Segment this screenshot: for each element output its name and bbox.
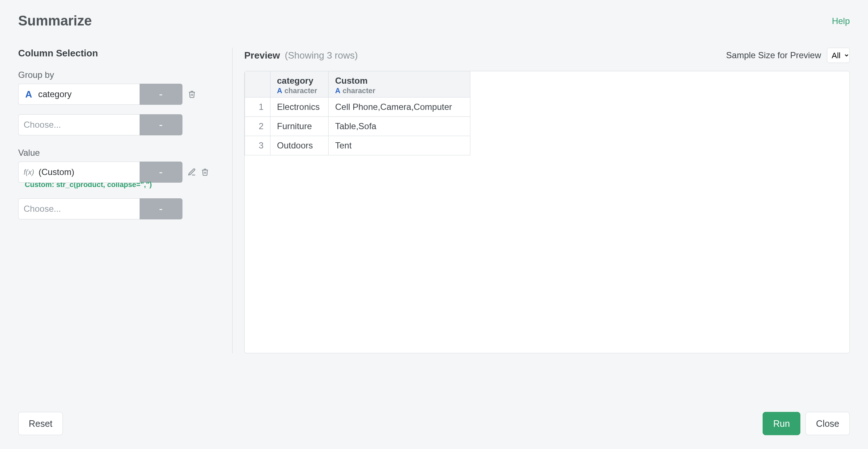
trash-icon[interactable]: [200, 166, 210, 178]
preview-row-count: (Showing 3 rows): [285, 50, 358, 61]
preview-table: category A character Custom A c: [245, 71, 470, 155]
table-row: 3 Outdoors Tent: [245, 136, 470, 155]
column-header[interactable]: Custom A character: [329, 71, 470, 98]
table-row: 1 Electronics Cell Phone,Camera,Computer: [245, 98, 470, 117]
preview-title-text: Preview: [244, 50, 280, 61]
value-aggregate-button[interactable]: -: [140, 162, 182, 183]
group-by-row: Choose... -: [18, 114, 214, 135]
value-row: f(x) (Custom) -: [18, 162, 214, 183]
column-type: character: [284, 87, 317, 95]
cell-custom: Cell Phone,Camera,Computer: [329, 98, 470, 117]
reset-button[interactable]: Reset: [18, 412, 63, 435]
value-placeholder: Choose...: [24, 204, 61, 214]
value-text: (Custom): [39, 167, 75, 177]
dialog-footer: Reset Run Close: [0, 412, 868, 449]
preview-panel: Preview (Showing 3 rows) Sample Size for…: [233, 48, 850, 353]
text-type-icon: A: [335, 87, 340, 95]
preview-table-container: category A character Custom A c: [244, 71, 850, 353]
cell-custom: Table,Sofa: [329, 117, 470, 136]
value-select[interactable]: f(x) (Custom): [18, 162, 140, 183]
text-type-icon: A: [277, 87, 282, 95]
group-by-value: category: [38, 89, 72, 99]
table-row: 2 Furniture Table,Sofa: [245, 117, 470, 136]
value-row: Choose... -: [18, 198, 214, 219]
page-title: Summarize: [18, 13, 92, 29]
column-name: category: [277, 76, 322, 86]
value-aggregate-button[interactable]: -: [140, 198, 182, 219]
cell-category: Electronics: [270, 98, 329, 117]
column-header[interactable]: category A character: [270, 71, 329, 98]
text-type-icon: A: [24, 89, 34, 100]
row-index-header: [245, 71, 270, 98]
group-by-select[interactable]: A category: [18, 84, 140, 105]
sample-size-label: Sample Size for Preview: [726, 50, 821, 60]
column-type: character: [342, 87, 375, 95]
value-select[interactable]: Choose...: [18, 198, 140, 219]
trash-icon[interactable]: [187, 88, 197, 100]
row-index: 1: [245, 98, 270, 117]
run-button[interactable]: Run: [763, 412, 800, 435]
edit-icon[interactable]: [187, 166, 197, 178]
group-by-placeholder: Choose...: [24, 120, 61, 130]
row-index: 2: [245, 117, 270, 136]
help-link[interactable]: Help: [832, 16, 850, 26]
group-by-row: A category -: [18, 84, 214, 105]
function-icon: f(x): [24, 168, 34, 176]
group-by-aggregate-button[interactable]: -: [140, 84, 182, 105]
value-label: Value: [18, 148, 214, 158]
group-by-label: Group by: [18, 70, 214, 80]
column-selection-panel: Column Selection Group by A category -: [18, 48, 233, 353]
cell-category: Outdoors: [270, 136, 329, 155]
column-name: Custom: [335, 76, 463, 86]
close-button[interactable]: Close: [805, 412, 850, 435]
cell-category: Furniture: [270, 117, 329, 136]
group-by-select[interactable]: Choose...: [18, 114, 140, 135]
cell-custom: Tent: [329, 136, 470, 155]
group-by-aggregate-button[interactable]: -: [140, 114, 182, 135]
row-index: 3: [245, 136, 270, 155]
column-selection-heading: Column Selection: [18, 48, 214, 59]
sample-size-select[interactable]: All: [827, 48, 850, 63]
preview-title: Preview (Showing 3 rows): [244, 50, 358, 61]
